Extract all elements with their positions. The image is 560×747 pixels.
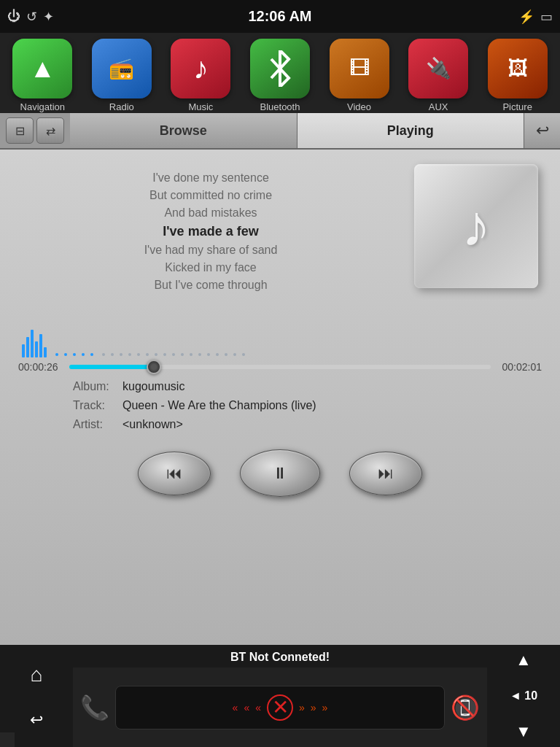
- video-app[interactable]: 🎞 Video: [330, 39, 389, 112]
- track-row: Track: Queen - We Are the Champions (liv…: [73, 399, 487, 412]
- volume-down-button[interactable]: ▼: [516, 722, 532, 741]
- lyric-line-6: Kicked in my face: [22, 261, 400, 274]
- tab-left-controls: ⊟ ⇄: [0, 113, 70, 148]
- wave-dot-faint: [172, 353, 175, 356]
- reject-call-button[interactable]: ✕: [267, 694, 293, 721]
- wave-dot-faint: [163, 353, 166, 356]
- power-icon: ⏻: [7, 9, 20, 24]
- lyrics-text: I've done my sentence But committed no c…: [22, 164, 400, 303]
- radio-control-display: « « « ✕ » » »: [115, 686, 445, 729]
- bt-status-text: BT Not Conneted!: [230, 645, 330, 667]
- app-icons-bar: ▲ Navigation 📻 Radio ♪ Music Bluetooth 🎞…: [0, 33, 560, 113]
- next-button[interactable]: ⏭: [349, 452, 422, 495]
- wave-bar: [26, 337, 29, 357]
- progress-bar[interactable]: [69, 365, 491, 369]
- nav-app[interactable]: ▲ Navigation: [12, 39, 72, 112]
- brightness-icon: ✦: [43, 9, 54, 25]
- prev-button[interactable]: ⏮: [138, 452, 211, 495]
- wave-bar: [44, 347, 47, 357]
- refresh-icon: ↺: [26, 9, 37, 25]
- call-area: 📞 « « « ✕ » » » 📵: [73, 667, 487, 747]
- status-bar: ⏻ ↺ ✦ 12:06 AM ⚡ ▭: [0, 0, 560, 33]
- wave-dot: [55, 353, 58, 356]
- wave-dot: [82, 353, 85, 356]
- bt-icon[interactable]: [250, 39, 310, 98]
- track-info: Album: kugoumusic Track: Queen - We Are …: [0, 373, 560, 438]
- playback-controls: ⏮ ⏸ ⏭: [138, 438, 422, 508]
- wave-dot-faint: [233, 353, 236, 356]
- artist-label: Artist:: [73, 418, 117, 431]
- nav-label: Navigation: [20, 101, 65, 112]
- nav-icon[interactable]: ▲: [12, 39, 72, 98]
- radio-label: Radio: [109, 101, 134, 112]
- usb-icon: ⚡: [518, 9, 534, 25]
- bottom-left-nav: ⌂ ↩: [0, 645, 73, 747]
- video-icon[interactable]: 🎞: [330, 39, 389, 98]
- music-app[interactable]: ♪ Music: [171, 39, 230, 112]
- lyric-line-2: But committed no crime: [22, 189, 400, 202]
- shuffle-button[interactable]: ⇄: [36, 117, 64, 144]
- album-value: kugoumusic: [122, 380, 184, 393]
- video-label: Video: [347, 101, 371, 112]
- waveform-section: [0, 303, 560, 361]
- pause-button[interactable]: ⏸: [240, 449, 320, 497]
- track-label: Track:: [73, 399, 117, 412]
- lyric-line-1: I've done my sentence: [22, 171, 400, 185]
- wave-dot-faint: [120, 353, 122, 356]
- current-time: 00:00:26: [18, 361, 62, 373]
- tab-browse[interactable]: Browse: [70, 113, 298, 148]
- volume-up-button[interactable]: ▲: [516, 651, 532, 670]
- wave-dot-faint: [128, 353, 131, 356]
- picture-app[interactable]: 🖼 Picture: [488, 39, 548, 112]
- progress-thumb[interactable]: [147, 360, 161, 374]
- lyric-line-5: I've had my share of sand: [22, 244, 400, 257]
- volume-display: ◄ 10: [510, 689, 537, 703]
- bottom-right-controls: ▲ ◄ 10 ▼: [487, 645, 560, 747]
- forward-arrow-1: »: [299, 702, 305, 713]
- wave-dot: [90, 353, 93, 356]
- rewind-arrow-3: «: [255, 702, 261, 713]
- progress-section[interactable]: 00:00:26 00:02:01: [0, 361, 560, 373]
- music-icon[interactable]: ♪: [171, 39, 230, 98]
- bottom-bar: ⌂ ↩ BT Not Conneted! 📞 « « « ✕ » » » 📵 ▲…: [0, 645, 560, 747]
- radio-app[interactable]: 📻 Radio: [92, 39, 152, 112]
- answer-call-button[interactable]: 📞: [80, 694, 109, 721]
- lyric-line-3: And bad mistakes: [22, 206, 400, 220]
- radio-icon[interactable]: 📻: [92, 39, 152, 98]
- album-art: ♪: [414, 164, 545, 303]
- album-label: Album:: [73, 380, 117, 393]
- total-time: 00:02:01: [498, 361, 542, 373]
- tab-playing[interactable]: Playing: [298, 113, 524, 148]
- bt-app[interactable]: Bluetooth: [250, 39, 310, 112]
- music-note-icon: ♪: [462, 193, 491, 260]
- artist-row: Artist: <unknown>: [73, 418, 487, 431]
- aux-app[interactable]: 🔌 AUX: [408, 39, 468, 112]
- wave-dot-faint: [111, 353, 114, 356]
- wave-bar: [31, 330, 34, 357]
- rewind-arrow-1: «: [233, 702, 238, 713]
- artist-value: <unknown>: [122, 418, 183, 431]
- end-call-button[interactable]: 📵: [451, 694, 480, 721]
- wave-dot-faint: [190, 353, 192, 356]
- wave-dot-faint: [225, 353, 228, 356]
- equalizer-button[interactable]: ⊟: [6, 117, 34, 144]
- music-label: Music: [188, 101, 213, 112]
- battery-icon: ▭: [540, 9, 553, 25]
- wave-dot-faint: [137, 353, 140, 356]
- picture-label: Picture: [502, 101, 532, 112]
- aux-icon[interactable]: 🔌: [408, 39, 468, 98]
- back-nav-button[interactable]: ↩: [30, 711, 43, 729]
- lyric-line-7: But I've come through: [22, 279, 400, 292]
- clock: 12:06 AM: [248, 8, 311, 25]
- track-value: Queen - We Are the Champions (live): [122, 399, 316, 412]
- picture-icon[interactable]: 🖼: [488, 39, 548, 98]
- home-button[interactable]: ⌂: [31, 663, 43, 686]
- wave-dot-faint: [146, 353, 149, 356]
- status-right-icons: ⚡ ▭: [518, 9, 553, 25]
- back-button[interactable]: ↩: [524, 113, 560, 148]
- aux-label: AUX: [429, 101, 448, 112]
- bottom-corner-decoration: [0, 732, 15, 747]
- bottom-center: BT Not Conneted! 📞 « « « ✕ » » » 📵: [73, 645, 487, 747]
- tab-bar: ⊟ ⇄ Browse Playing ↩: [0, 113, 560, 150]
- album-row: Album: kugoumusic: [73, 380, 487, 393]
